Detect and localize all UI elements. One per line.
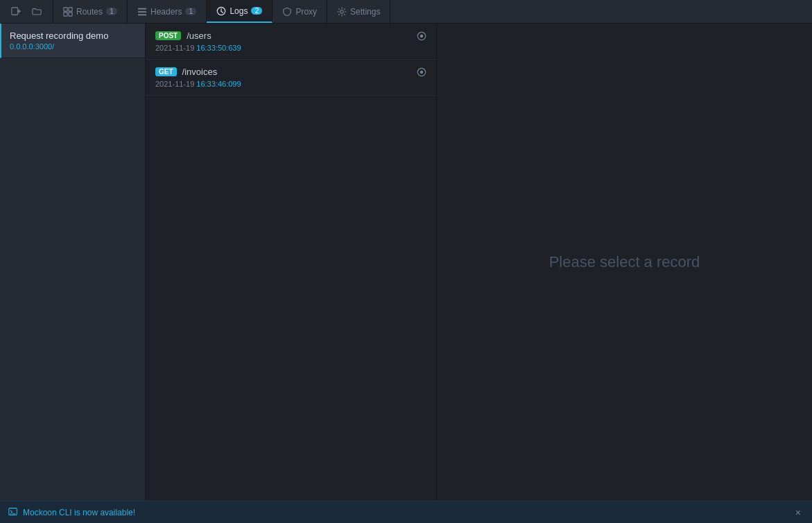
log-entry-1-top: POST /users <box>155 31 411 41</box>
log-entry-2-view-icon[interactable] <box>417 67 426 79</box>
toolbar-icon-group <box>0 0 53 23</box>
tab-routes-label: Routes <box>76 7 103 17</box>
tab-routes[interactable]: Routes 1 <box>53 0 128 23</box>
log-list: POST /users 2021-11-19 16:33:50:639 GET <box>146 24 437 501</box>
tab-proxy[interactable]: Proxy <box>273 0 327 23</box>
open-environment-button[interactable] <box>28 4 46 19</box>
tab-logs-badge: 2 <box>251 7 262 15</box>
terminal-icon <box>8 507 17 518</box>
log-entry-1-view-icon[interactable] <box>417 31 426 43</box>
sidebar-item-subtitle: 0.0.0.0:3000/ <box>10 42 137 51</box>
notification-close-button[interactable]: × <box>793 506 804 520</box>
new-environment-button[interactable] <box>7 4 25 19</box>
detail-panel: Please select a record <box>437 24 812 501</box>
sidebar-item-request-recording-demo[interactable]: Request recording demo 0.0.0.0:3000/ <box>0 24 145 58</box>
svg-point-13 <box>340 10 343 12</box>
tab-settings-label: Settings <box>350 7 380 17</box>
svg-rect-0 <box>12 7 18 15</box>
gear-icon <box>337 7 347 17</box>
toolbar: Routes 1 Headers 1 Logs 2 <box>0 0 812 24</box>
log-entry-1-time-highlight: 16:33:50:639 <box>196 44 241 52</box>
sidebar: Request recording demo 0.0.0.0:3000/ <box>0 24 146 501</box>
grid-icon <box>63 7 73 17</box>
tab-proxy-label: Proxy <box>295 7 317 17</box>
tab-logs[interactable]: Logs 2 <box>207 0 273 23</box>
detail-placeholder: Please select a record <box>549 253 700 271</box>
tab-bar: Routes 1 Headers 1 Logs 2 <box>53 0 812 23</box>
new-env-icon <box>11 7 21 17</box>
shield-icon <box>282 7 292 17</box>
log-entry-1-time: 2021-11-19 16:33:50:639 <box>155 44 411 52</box>
log-entry-2-path: /invoices <box>182 67 218 77</box>
svg-point-17 <box>420 71 423 74</box>
tab-settings[interactable]: Settings <box>327 0 390 23</box>
tab-headers-label: Headers <box>150 7 182 17</box>
tab-headers[interactable]: Headers 1 <box>128 0 207 23</box>
svg-line-12 <box>221 11 223 12</box>
notification-bar: Mockoon CLI is now available! × <box>0 501 812 523</box>
list-icon <box>137 7 147 17</box>
log-entry-1-path: /users <box>187 31 211 41</box>
svg-rect-4 <box>69 7 72 10</box>
log-entry-1[interactable]: POST /users 2021-11-19 16:33:50:639 <box>146 24 436 60</box>
tab-headers-badge: 1 <box>185 8 196 15</box>
tab-logs-label: Logs <box>230 6 248 16</box>
log-entry-2[interactable]: GET /invoices 2021-11-19 16:33:46:099 <box>146 60 436 96</box>
sidebar-item-title: Request recording demo <box>10 31 137 41</box>
log-entry-2-method: GET <box>155 67 177 76</box>
log-entry-1-info: POST /users 2021-11-19 16:33:50:639 <box>155 31 411 52</box>
log-entry-2-top: GET /invoices <box>155 67 411 77</box>
clock-icon <box>216 6 226 16</box>
svg-rect-6 <box>69 12 72 15</box>
notification-text: Mockoon CLI is now available! <box>23 508 787 517</box>
svg-point-15 <box>420 35 423 37</box>
svg-rect-9 <box>138 14 146 15</box>
log-entry-2-info: GET /invoices 2021-11-19 16:33:46:099 <box>155 67 411 88</box>
tab-routes-badge: 1 <box>106 8 117 15</box>
log-entry-2-time: 2021-11-19 16:33:46:099 <box>155 80 411 88</box>
main-area: Request recording demo 0.0.0.0:3000/ POS… <box>0 24 812 501</box>
svg-rect-8 <box>138 11 146 12</box>
log-entry-1-method: POST <box>155 31 181 40</box>
log-entry-2-time-highlight: 16:33:46:099 <box>196 80 241 88</box>
folder-icon <box>32 7 42 17</box>
svg-rect-5 <box>64 12 67 15</box>
svg-rect-3 <box>64 7 67 10</box>
svg-rect-7 <box>138 8 146 9</box>
